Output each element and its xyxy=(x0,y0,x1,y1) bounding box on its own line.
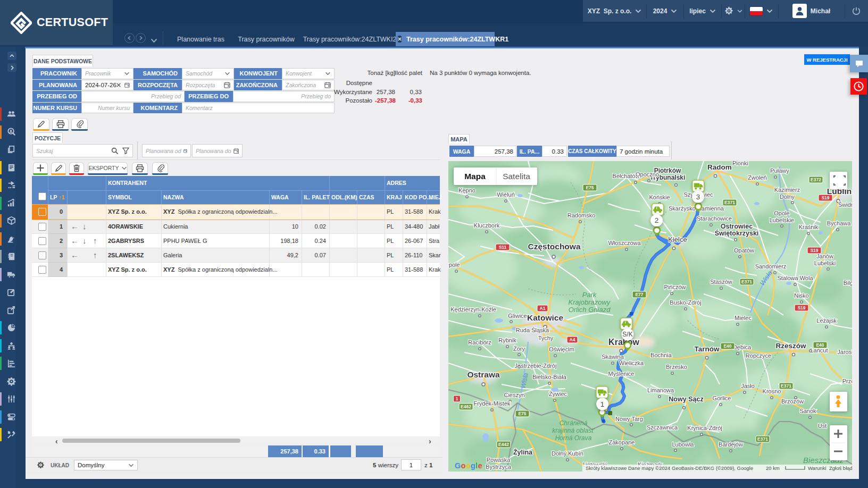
svg-text:Kazimierz: Kazimierz xyxy=(774,187,800,193)
svg-text:Stalowa Wola: Stalowa Wola xyxy=(777,275,813,281)
svg-text:Oświęcim: Oświęcim xyxy=(549,346,574,352)
svg-text:Zakopane: Zakopane xyxy=(609,439,635,445)
svg-text:Kędzierzyn-Koźle: Kędzierzyn-Koźle xyxy=(450,306,496,313)
svg-text:Myślenice: Myślenice xyxy=(608,371,635,377)
svg-text:Nowy Targ: Nowy Targ xyxy=(615,416,643,422)
svg-text:Pińczów: Pińczów xyxy=(664,284,686,290)
svg-text:Radom: Radom xyxy=(707,163,732,171)
svg-text:Włoszczowa: Włoszczowa xyxy=(608,240,641,246)
svg-text:Dolny: Dolny xyxy=(780,193,795,200)
svg-text:Opole: Opole xyxy=(774,210,789,216)
svg-text:E372: E372 xyxy=(811,177,821,182)
svg-text:Tarnów: Tarnów xyxy=(695,345,720,353)
svg-text:Bychawa: Bychawa xyxy=(827,220,852,226)
svg-text:krajinná oblast': krajinná oblast' xyxy=(552,427,595,434)
svg-text:Wieluń: Wieluń xyxy=(497,191,515,198)
svg-text:Gliwice: Gliwice xyxy=(508,313,527,319)
svg-text:A4: A4 xyxy=(570,337,575,342)
svg-text:Wieliczka: Wieliczka xyxy=(619,360,644,366)
svg-text:Leżajsk: Leżajsk xyxy=(816,317,837,324)
svg-text:Katowice: Katowice xyxy=(527,313,563,322)
svg-text:Powaska: Powaska xyxy=(487,457,511,463)
svg-text:Limanowa: Limanowa xyxy=(647,387,674,393)
svg-text:Skróty klawiszowe: Skróty klawiszowe xyxy=(586,465,627,471)
svg-text:Opatów: Opatów xyxy=(734,247,754,254)
svg-text:Staszów: Staszów xyxy=(710,279,732,285)
svg-text:Kępno: Kępno xyxy=(458,187,475,193)
svg-text:S19: S19 xyxy=(821,195,829,200)
svg-text:Chránená: Chránená xyxy=(560,419,588,427)
svg-text:Gorlice: Gorlice xyxy=(713,395,731,401)
svg-text:Skawina: Skawina xyxy=(602,354,624,360)
svg-text:Żywiec: Żywiec xyxy=(549,391,567,397)
svg-text:Janów: Janów xyxy=(816,253,833,259)
svg-text:Bardejów: Bardejów xyxy=(719,441,743,448)
svg-text:Dolný Kubín: Dolný Kubín xyxy=(552,450,583,457)
svg-text:S19: S19 xyxy=(797,305,805,310)
svg-text:Krynica-Zdrój: Krynica-Zdrój xyxy=(687,425,722,431)
svg-text:Prze: Prze xyxy=(842,378,852,384)
svg-text:Zgłoś błąd w mapach: Zgłoś błąd w mapach xyxy=(829,465,852,471)
svg-text:20 km: 20 km xyxy=(766,465,780,471)
svg-text:Sandomierz: Sandomierz xyxy=(755,263,787,270)
svg-text:Opole: Opole xyxy=(448,262,460,268)
svg-text:A1: A1 xyxy=(540,306,546,311)
svg-text:Ropczyce: Ropczyce xyxy=(746,352,771,359)
svg-text:Warunki: Warunki xyxy=(808,465,827,471)
svg-text:Świdn: Świdn xyxy=(838,201,852,208)
svg-text:Kielce: Kielce xyxy=(668,235,687,243)
svg-text:Park: Park xyxy=(582,291,597,299)
svg-text:Rzeszów: Rzeszów xyxy=(775,342,806,350)
svg-text:Dębica: Dębica xyxy=(733,344,752,350)
svg-text:Częstochowa: Częstochowa xyxy=(528,242,580,251)
svg-text:Ust: Ust xyxy=(818,423,827,429)
svg-text:Ruda Śląska: Ruda Śląska xyxy=(516,327,549,333)
svg-text:Opoczno: Opoczno xyxy=(636,171,659,178)
svg-text:Nisko: Nisko xyxy=(794,292,809,299)
svg-text:Końskie: Końskie xyxy=(649,194,670,200)
svg-text:E462: E462 xyxy=(461,404,471,409)
svg-text:Ostrowiec: Ostrowiec xyxy=(721,223,753,230)
svg-text:Rybnik: Rybnik xyxy=(498,337,516,343)
svg-text:Bystrzyca: Bystrzyca xyxy=(486,464,512,470)
svg-text:Bochnia: Bochnia xyxy=(650,352,672,358)
svg-text:Jasło: Jasło xyxy=(741,383,755,389)
svg-text:Sanok: Sanok xyxy=(799,408,816,414)
svg-text:Bielsko-Biała: Bielsko-Biała xyxy=(532,374,566,380)
svg-text:Busko-Zdrój: Busko-Zdrój xyxy=(670,299,701,306)
svg-text:Puławy: Puławy xyxy=(770,167,789,174)
svg-text:E75: E75 xyxy=(586,185,594,190)
svg-text:E442: E442 xyxy=(498,442,509,447)
svg-text:Mapa: Mapa xyxy=(464,172,486,181)
svg-text:Szczawnica: Szczawnica xyxy=(647,424,678,431)
svg-text:Orlich Gniazd: Orlich Gniazd xyxy=(569,306,611,314)
svg-text:Radomsko: Radomsko xyxy=(567,212,596,218)
svg-text:E77: E77 xyxy=(635,292,643,297)
svg-text:3: 3 xyxy=(696,193,700,201)
svg-text:Dane mapy ©2024 GeoBasis-DE/BK: Dane mapy ©2024 GeoBasis-DE/BKG (©2009),… xyxy=(628,465,753,471)
svg-text:Zwoleń: Zwoleń xyxy=(748,174,766,181)
svg-text:Lubowla: Lubowla xyxy=(672,441,695,448)
svg-text:Cieszyn: Cieszyn xyxy=(504,392,524,398)
svg-text:E371: E371 xyxy=(757,436,768,442)
svg-text:Nowy Sącz: Nowy Sącz xyxy=(669,396,703,403)
svg-text:Kraśnik: Kraśnik xyxy=(799,224,819,230)
svg-text:Brzozów: Brzozów xyxy=(781,398,804,405)
svg-text:Horná Orava: Horná Orava xyxy=(555,434,592,442)
svg-text:Kluczbork: Kluczbork xyxy=(474,222,500,229)
svg-text:Lubelskie: Lubelskie xyxy=(770,217,794,223)
svg-text:Żory: Żory xyxy=(513,346,525,352)
svg-text:S19: S19 xyxy=(810,248,818,253)
svg-text:Krajobrazowy: Krajobrazowy xyxy=(569,298,611,306)
svg-text:Świętokrzyski: Świętokrzyski xyxy=(715,229,759,237)
svg-text:Krosno: Krosno xyxy=(763,388,781,394)
svg-text:1: 1 xyxy=(456,396,458,401)
svg-text:Tychy: Tychy xyxy=(538,335,554,341)
svg-text:Żylina: Żylina xyxy=(513,448,533,456)
svg-text:Brzesko: Brzesko xyxy=(666,364,687,370)
svg-text:Satelita: Satelita xyxy=(503,172,530,181)
svg-text:Racibórz: Racibórz xyxy=(468,339,491,346)
svg-text:Google: Google xyxy=(455,461,482,470)
svg-text:E371: E371 xyxy=(724,200,735,205)
svg-text:Mielec: Mielec xyxy=(735,315,752,321)
